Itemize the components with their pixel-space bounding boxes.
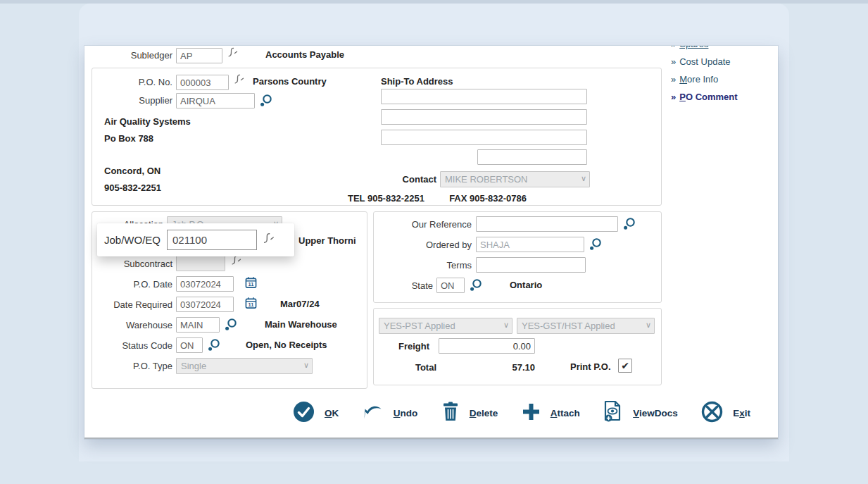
terms-field[interactable] xyxy=(476,257,586,273)
po-type-value: Single xyxy=(181,361,206,371)
supplier-phone-text: 905-832-2251 xyxy=(104,182,161,194)
status-description: Open, No Receipts xyxy=(246,340,327,351)
supplier-city-text: Concord, ON xyxy=(104,166,161,177)
subledger-description: Accounts Payable xyxy=(265,49,344,61)
job-wo-eq-script-icon[interactable] xyxy=(261,232,275,248)
gst-value: YES-GST/HST Applied xyxy=(522,321,615,331)
po-date-label: P.O. Date xyxy=(84,279,172,290)
po-date-calendar-icon[interactable]: 11 xyxy=(245,276,258,290)
viewdocs-button[interactable]: ViewDocs xyxy=(603,400,678,426)
chevron-down-icon: ∨ xyxy=(646,321,651,330)
date-required-label: Date Required xyxy=(84,299,172,311)
ship-to-line1-input[interactable] xyxy=(381,89,587,104)
svg-text:11: 11 xyxy=(249,281,254,287)
chevron-down-icon: ∨ xyxy=(503,321,509,330)
contact-label: Contact xyxy=(394,174,436,185)
subledger-script-icon[interactable] xyxy=(226,47,239,61)
pst-value: YES-PST Applied xyxy=(384,321,455,331)
date-required-display: Mar07/24 xyxy=(280,299,320,310)
sidebar-links: »Spares »Cost Update »More Info »PO Comm… xyxy=(671,46,778,109)
job-wo-eq-label: Job/WO/EQ xyxy=(104,234,161,246)
warehouse-field[interactable] xyxy=(176,317,220,333)
state-search-icon[interactable] xyxy=(469,278,482,292)
supplier-search-icon[interactable] xyxy=(259,94,272,108)
ordered-by-search-icon[interactable] xyxy=(589,237,601,252)
subcontract-field[interactable] xyxy=(176,256,225,271)
subcontract-label: Subcontract xyxy=(84,259,172,270)
gst-select[interactable]: YES-GST/HST Applied ∨ xyxy=(517,318,655,334)
po-description: Parsons Country xyxy=(253,76,327,87)
date-required-field[interactable] xyxy=(176,297,234,312)
supplier-address-text: Po Box 788 xyxy=(104,133,153,144)
print-po-checkbox[interactable]: ✔ xyxy=(618,359,632,373)
status-code-label: Status Code xyxy=(84,340,172,352)
date-required-calendar-icon[interactable]: 11 xyxy=(245,297,258,311)
freight-label: Freight xyxy=(373,341,429,352)
tel-text: TEL 905-832-2251 xyxy=(348,193,424,204)
fax-text: FAX 905-832-0786 xyxy=(449,193,527,204)
trash-icon xyxy=(441,402,460,424)
status-code-field[interactable] xyxy=(176,337,203,353)
ship-to-label: Ship-To Address xyxy=(381,76,453,87)
sidebar-item-cost-update[interactable]: »Cost Update xyxy=(671,56,778,68)
state-field[interactable] xyxy=(436,278,465,293)
sidebar-item-more-info[interactable]: »More Info xyxy=(671,74,778,85)
po-no-field[interactable] xyxy=(176,75,229,90)
po-entry-window: Subledger Accounts Payable P.O. No. Pars… xyxy=(84,46,778,439)
our-reference-label: Our Reference xyxy=(373,219,472,230)
warehouse-search-icon[interactable] xyxy=(224,318,237,332)
our-reference-search-icon[interactable] xyxy=(622,217,635,231)
freight-field[interactable] xyxy=(439,338,535,354)
contact-value: MIKE ROBERTSON xyxy=(445,174,528,185)
warehouse-label: Warehouse xyxy=(84,320,172,331)
job-description-text: Upper Thorni xyxy=(298,235,356,247)
tel-fax-line: TEL 905-832-2251 FAX 905-832-0786 xyxy=(348,193,527,204)
exit-button[interactable]: Exit xyxy=(701,401,750,426)
view-document-icon xyxy=(603,400,623,426)
ordered-by-field[interactable] xyxy=(476,237,584,252)
delete-button[interactable]: Delete xyxy=(441,402,498,424)
svg-text:11: 11 xyxy=(249,302,254,308)
supplier-label: Supplier xyxy=(84,95,172,106)
po-type-select[interactable]: Single ∨ xyxy=(176,358,313,374)
po-no-label: P.O. No. xyxy=(84,77,172,88)
ordered-by-label: Ordered by xyxy=(373,240,472,251)
ship-to-line3-input[interactable] xyxy=(381,130,587,145)
attach-button[interactable]: Attach xyxy=(522,402,580,424)
contact-select[interactable]: MIKE ROBERTSON ∨ xyxy=(440,171,590,187)
toolbar: OK Undo Delete Attach ViewDocs Exit xyxy=(293,400,750,426)
checkmark-icon: ✔ xyxy=(621,361,629,371)
status-code-search-icon[interactable] xyxy=(207,338,220,352)
plus-icon xyxy=(522,402,541,424)
ship-to-line4-input[interactable] xyxy=(477,149,587,165)
total-value: 57.10 xyxy=(439,362,535,373)
sidebar-item-spares[interactable]: »Spares xyxy=(671,46,778,50)
po-no-script-icon[interactable] xyxy=(232,74,245,88)
exit-cross-circle-icon xyxy=(701,401,723,426)
state-description: Ontario xyxy=(510,280,542,291)
ship-to-line2-input[interactable] xyxy=(381,109,587,125)
subcontract-script-icon[interactable] xyxy=(229,255,242,269)
chevron-down-icon: ∨ xyxy=(303,361,309,370)
terms-label: Terms xyxy=(373,260,472,271)
pst-select[interactable]: YES-PST Applied ∨ xyxy=(379,318,512,334)
job-wo-eq-field[interactable] xyxy=(167,230,257,250)
sidebar-item-po-comment[interactable]: »PO Comment xyxy=(671,92,778,103)
po-date-field[interactable] xyxy=(176,276,234,292)
po-type-label: P.O. Type xyxy=(84,361,172,372)
subledger-field[interactable] xyxy=(176,48,222,63)
subledger-label: Subledger xyxy=(84,50,172,61)
undo-arrow-icon xyxy=(363,402,384,424)
warehouse-description: Main Warehouse xyxy=(265,319,337,330)
supplier-name-text: Air Quality Systems xyxy=(104,116,191,128)
print-po-label: Print P.O. xyxy=(570,361,611,373)
ok-check-icon xyxy=(293,401,315,426)
undo-button[interactable]: Undo xyxy=(363,402,418,424)
ok-button[interactable]: OK xyxy=(293,401,339,426)
total-label: Total xyxy=(373,362,436,373)
chevron-down-icon: ∨ xyxy=(581,174,586,183)
our-reference-field[interactable] xyxy=(476,216,618,232)
job-wo-eq-popup: Job/WO/EQ xyxy=(97,223,294,256)
supplier-field[interactable] xyxy=(176,93,255,108)
state-label: State xyxy=(373,280,433,292)
